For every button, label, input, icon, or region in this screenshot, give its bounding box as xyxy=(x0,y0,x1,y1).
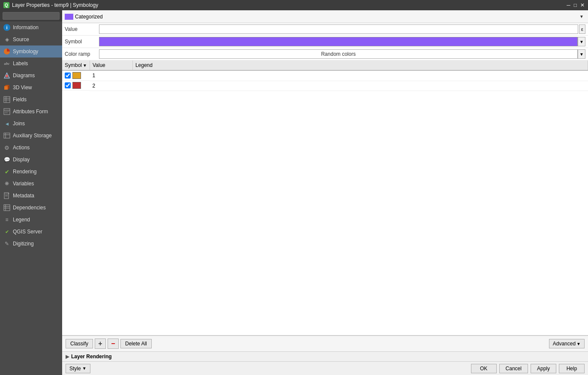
color-ramp-display[interactable]: Random colors xyxy=(99,49,578,59)
style-dropdown-arrow: ▼ xyxy=(82,366,87,371)
dependencies-icon xyxy=(3,204,10,211)
sidebar-item-label: Symbology xyxy=(13,48,38,54)
sidebar: i Information ◈ Source Symbology abc Lab… xyxy=(0,10,62,375)
app-icon: Q xyxy=(3,2,9,8)
panel-content: Categorized ▼ Value ε Symbol ▼ xyxy=(62,10,588,361)
main-window: Q Layer Properties - temp9 | Symbology ─… xyxy=(0,0,588,375)
maximize-button[interactable]: □ xyxy=(574,2,577,8)
column-legend-label: Legend xyxy=(135,62,153,68)
value-expression-button[interactable]: ε xyxy=(579,24,585,34)
column-legend[interactable]: Legend xyxy=(132,60,588,70)
sidebar-item-label: Actions xyxy=(13,145,30,151)
sidebar-item-label: Diagrams xyxy=(13,73,35,79)
remove-button[interactable]: − xyxy=(108,339,119,349)
fields-icon xyxy=(3,96,10,103)
information-icon: i xyxy=(3,24,10,31)
sort-arrow-symbol: ▼ xyxy=(83,63,87,68)
labels-icon: abc xyxy=(3,60,10,67)
advanced-arrow: ▼ xyxy=(576,342,581,346)
sidebar-item-fields[interactable]: Fields xyxy=(0,94,62,106)
auxiliary-storage-icon xyxy=(3,132,10,139)
sidebar-item-metadata[interactable]: Metadata xyxy=(0,190,62,202)
advanced-button[interactable]: Advanced ▼ xyxy=(549,339,585,348)
footer-buttons: OK Cancel Apply Help xyxy=(471,364,585,373)
source-icon: ◈ xyxy=(3,36,10,43)
symbol-dropdown-button[interactable]: ▼ xyxy=(578,37,585,46)
value-input[interactable] xyxy=(99,24,578,34)
bottom-bar: Classify + − Delete All Advanced ▼ xyxy=(62,336,588,351)
sidebar-item-label: Information xyxy=(13,24,39,30)
apply-button[interactable]: Apply xyxy=(531,364,556,373)
rendering-icon: ✔ xyxy=(3,168,10,175)
sidebar-item-information[interactable]: i Information xyxy=(0,21,62,33)
sidebar-item-3dview[interactable]: 3D View xyxy=(0,82,62,94)
value-control: ε xyxy=(99,24,585,34)
style-button[interactable]: Style ▼ xyxy=(66,364,90,373)
symbol-control: ▼ xyxy=(99,37,585,46)
sidebar-item-label: Legend xyxy=(13,217,30,223)
sidebar-item-display[interactable]: 💬 Display xyxy=(0,154,62,166)
table-cell-legend xyxy=(132,70,588,81)
ok-button[interactable]: OK xyxy=(471,364,497,373)
sidebar-item-dependencies[interactable]: Dependencies xyxy=(0,202,62,214)
delete-all-button[interactable]: Delete All xyxy=(120,339,152,348)
svg-rect-3 xyxy=(4,86,8,90)
table-row[interactable]: 1 xyxy=(62,70,588,81)
digitizing-icon: ✎ xyxy=(3,240,10,247)
legend-icon: ≡ xyxy=(3,216,10,223)
color-swatch[interactable] xyxy=(72,72,81,79)
row-checkbox[interactable] xyxy=(65,73,71,79)
minimize-button[interactable]: ─ xyxy=(567,2,570,8)
renderer-dropdown-arrow[interactable]: ▼ xyxy=(578,14,585,19)
help-button[interactable]: Help xyxy=(559,364,585,373)
sidebar-item-labels[interactable]: abc Labels xyxy=(0,57,62,70)
sidebar-item-label: Auxiliary Storage xyxy=(13,133,52,139)
sidebar-item-symbology[interactable]: Symbology xyxy=(0,45,62,57)
variables-icon: ❋ xyxy=(3,180,10,187)
svg-rect-17 xyxy=(4,193,9,199)
color-ramp-dropdown-button[interactable]: ▼ xyxy=(578,49,585,59)
actions-icon: ⚙ xyxy=(3,144,10,151)
svg-rect-6 xyxy=(4,97,10,103)
sidebar-item-variables[interactable]: ❋ Variables xyxy=(0,178,62,190)
sidebar-item-joins[interactable]: ◂ Joins xyxy=(0,118,62,130)
sidebar-item-label: Metadata xyxy=(13,193,34,199)
joins-icon: ◂ xyxy=(3,120,10,127)
color-ramp-value: Random colors xyxy=(321,51,356,57)
sidebar-item-qgis-server[interactable]: ✔ QGIS Server xyxy=(0,226,62,238)
layer-rendering-section[interactable]: ▶ Layer Rendering xyxy=(62,351,588,361)
symbol-row: Symbol ▼ xyxy=(62,36,588,48)
categories-table: Symbol ▼ Value Legend xyxy=(62,60,588,91)
categorized-icon xyxy=(65,14,73,20)
classify-button[interactable]: Classify xyxy=(66,339,93,348)
right-panel: Categorized ▼ Value ε Symbol ▼ xyxy=(62,10,588,375)
symbology-icon xyxy=(3,48,10,55)
sidebar-item-diagrams[interactable]: Diagrams xyxy=(0,70,62,82)
sidebar-search-input[interactable] xyxy=(3,12,60,20)
sidebar-item-actions[interactable]: ⚙ Actions xyxy=(0,142,62,154)
table-cell-symbol xyxy=(62,71,90,81)
sidebar-item-digitizing[interactable]: ✎ Digitizing xyxy=(0,238,62,250)
table-row[interactable]: 2 xyxy=(62,81,588,91)
value-row: Value ε xyxy=(62,23,588,36)
sidebar-item-rendering[interactable]: ✔ Rendering xyxy=(0,166,62,178)
sidebar-item-label: Rendering xyxy=(13,169,36,175)
sidebar-item-label: Labels xyxy=(13,60,28,67)
row-checkbox[interactable] xyxy=(65,82,71,88)
column-symbol[interactable]: Symbol ▼ xyxy=(62,60,90,70)
symbol-label: Symbol xyxy=(65,39,99,45)
renderer-type-label: Categorized xyxy=(75,14,103,20)
add-button[interactable]: + xyxy=(95,339,106,349)
table-cell-value: 2 xyxy=(90,81,132,91)
qgis-server-icon: ✔ xyxy=(3,228,10,235)
close-button[interactable]: ✕ xyxy=(580,2,585,8)
sidebar-item-attributes-form[interactable]: Attributes Form xyxy=(0,106,62,118)
sidebar-item-source[interactable]: ◈ Source xyxy=(0,33,62,45)
sidebar-item-legend[interactable]: ≡ Legend xyxy=(0,214,62,226)
color-swatch[interactable] xyxy=(72,82,81,89)
column-value[interactable]: Value xyxy=(90,60,132,70)
svg-point-2 xyxy=(6,75,8,77)
sidebar-item-auxiliary-storage[interactable]: Auxiliary Storage xyxy=(0,130,62,142)
symbol-bar[interactable] xyxy=(99,37,578,46)
cancel-button[interactable]: Cancel xyxy=(499,364,528,373)
